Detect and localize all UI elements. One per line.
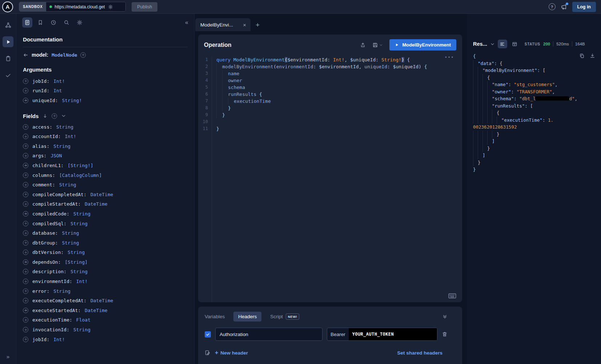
add-fields-icon[interactable] xyxy=(52,113,57,119)
editor-code-area[interactable]: query ModelByEnvironment($environmentId:… xyxy=(212,56,462,302)
member-type[interactable]: DateTime xyxy=(85,201,108,207)
bookmark-icon[interactable] xyxy=(35,17,45,28)
save-operation-icon[interactable] xyxy=(372,42,383,48)
search-icon[interactable] xyxy=(61,17,72,28)
member-type[interactable]: Int! xyxy=(76,279,88,284)
expand-sidebar-button[interactable]: » xyxy=(7,353,9,360)
apollo-logo[interactable]: A xyxy=(2,1,13,12)
add-all-fields-icon[interactable] xyxy=(80,52,86,58)
member-type[interactable]: [String!] xyxy=(68,163,93,168)
rail-item-explorer[interactable] xyxy=(3,36,13,47)
sort-descending-icon[interactable] xyxy=(43,113,48,118)
add-to-query-icon[interactable] xyxy=(23,78,28,84)
back-button[interactable] xyxy=(23,52,28,58)
field-item[interactable]: dependsOn:[String] xyxy=(23,257,188,267)
member-type[interactable]: String xyxy=(53,288,71,294)
add-to-query-icon[interactable] xyxy=(23,337,28,342)
rail-item-checks[interactable] xyxy=(3,70,13,81)
set-shared-headers-button[interactable]: Set shared headers xyxy=(397,350,442,356)
field-item[interactable]: compiledSql:String xyxy=(23,219,188,228)
add-to-query-icon[interactable] xyxy=(23,163,28,168)
add-to-query-icon[interactable] xyxy=(23,221,28,226)
member-type[interactable]: Int xyxy=(53,88,62,93)
add-to-query-icon[interactable] xyxy=(23,192,28,197)
download-response-icon[interactable] xyxy=(590,53,595,58)
field-item[interactable]: error:String xyxy=(23,286,188,296)
settings-gear-icon[interactable] xyxy=(75,17,85,28)
documentation-tab-icon[interactable] xyxy=(22,17,32,28)
add-to-query-icon[interactable] xyxy=(23,230,28,236)
member-type[interactable]: Int! xyxy=(65,134,76,139)
formatted-view-icon[interactable] xyxy=(498,40,507,48)
member-type[interactable]: [String] xyxy=(65,259,88,265)
member-type[interactable]: DateTime xyxy=(91,192,113,197)
field-item[interactable]: description:String xyxy=(23,267,188,277)
header-presets-icon[interactable] xyxy=(205,350,211,356)
rail-item-schema[interactable] xyxy=(3,20,13,31)
member-type[interactable]: Int! xyxy=(53,337,65,342)
add-to-query-icon[interactable] xyxy=(23,124,28,130)
add-to-query-icon[interactable] xyxy=(23,327,28,332)
member-type[interactable]: String xyxy=(73,327,91,332)
field-item[interactable]: environmentId:Int! xyxy=(23,276,188,286)
query-editor[interactable]: 1234567891011 query ModelByEnvironment($… xyxy=(198,54,462,302)
add-to-query-icon[interactable] xyxy=(23,279,28,284)
new-tab-button[interactable]: + xyxy=(256,21,260,28)
tab-script[interactable]: Script NEW! xyxy=(270,314,299,320)
delete-header-icon[interactable] xyxy=(442,331,448,337)
copy-response-icon[interactable] xyxy=(579,53,585,58)
announcements-icon[interactable] xyxy=(561,4,567,10)
field-item[interactable]: compileStartedAt:DateTime xyxy=(23,199,188,209)
login-button[interactable]: Log in xyxy=(572,2,596,12)
field-item[interactable]: compileCompletedAt:DateTime xyxy=(23,190,188,199)
rail-item-operations[interactable] xyxy=(3,53,13,64)
add-to-query-icon[interactable] xyxy=(23,201,28,207)
member-type[interactable]: DateTime xyxy=(91,298,113,303)
add-to-query-icon[interactable] xyxy=(23,240,28,246)
add-to-query-icon[interactable] xyxy=(23,317,28,323)
add-to-query-icon[interactable] xyxy=(23,259,28,265)
member-type[interactable]: String xyxy=(59,182,76,187)
add-to-query-icon[interactable] xyxy=(23,88,28,93)
endpoint-settings-icon[interactable] xyxy=(108,4,113,9)
member-type[interactable]: String xyxy=(73,211,91,217)
help-icon[interactable]: ? xyxy=(549,3,556,10)
field-item[interactable]: comment:String xyxy=(23,180,188,190)
add-to-query-icon[interactable] xyxy=(23,182,28,187)
breadcrumb-type[interactable]: ModelNode xyxy=(52,52,77,58)
field-item[interactable]: childrenL1:[String!] xyxy=(23,161,188,170)
member-type[interactable]: JSON xyxy=(51,153,62,158)
field-item[interactable]: invocationId:String xyxy=(23,325,188,335)
close-tab-icon[interactable]: × xyxy=(243,22,246,28)
header-key-input[interactable] xyxy=(215,328,322,341)
field-item[interactable]: executeStartedAt:DateTime xyxy=(23,306,188,315)
member-type[interactable]: String xyxy=(71,269,88,274)
endpoint-url-input[interactable]: https://metadata.cloud.get xyxy=(46,2,125,11)
response-title[interactable]: Res... xyxy=(473,41,487,47)
header-value-input[interactable]: Bearer YOUR_AUTH_TOKEN xyxy=(327,328,437,341)
history-icon[interactable] xyxy=(48,17,59,28)
add-to-query-icon[interactable] xyxy=(23,250,28,255)
argument-item[interactable]: runId:Int xyxy=(23,86,188,96)
member-type[interactable]: String! xyxy=(62,98,82,103)
member-type[interactable]: [CatalogColumn] xyxy=(59,173,102,178)
argument-item[interactable]: uniqueId:String! xyxy=(23,96,188,105)
chevron-down-icon[interactable] xyxy=(61,113,66,118)
add-to-query-icon[interactable] xyxy=(23,173,28,178)
share-operation-icon[interactable] xyxy=(360,42,366,48)
member-type[interactable]: String xyxy=(62,230,79,236)
field-item[interactable]: jobId:Int! xyxy=(23,335,188,344)
field-item[interactable]: executeCompletedAt:DateTime xyxy=(23,296,188,306)
operation-tab[interactable]: ModelByEnvi... × xyxy=(195,18,251,31)
add-to-query-icon[interactable] xyxy=(23,269,28,274)
member-type[interactable]: String xyxy=(68,250,85,255)
auth-token-value[interactable]: YOUR_AUTH_TOKEN xyxy=(349,328,437,340)
add-to-query-icon[interactable] xyxy=(23,143,28,149)
field-item[interactable]: executionTime:Float xyxy=(23,315,188,325)
member-type[interactable]: Float xyxy=(76,317,91,323)
field-item[interactable]: compiledCode:String xyxy=(23,209,188,219)
field-item[interactable]: alias:String xyxy=(23,141,188,151)
collapse-bottom-panel-icon[interactable] xyxy=(442,314,448,319)
field-item[interactable]: columns:[CatalogColumn] xyxy=(23,170,188,180)
editor-menu-icon[interactable]: ••• xyxy=(445,55,454,60)
